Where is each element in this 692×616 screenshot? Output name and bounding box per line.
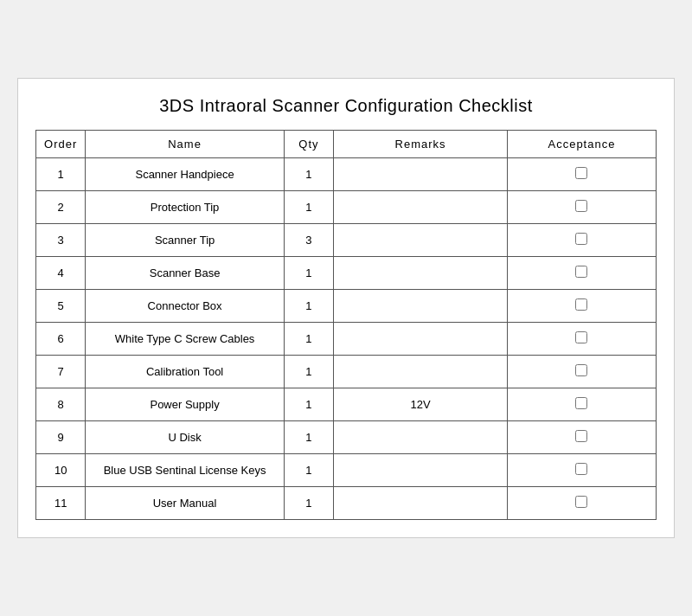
acceptance-checkbox[interactable]	[575, 364, 587, 376]
cell-acceptance[interactable]	[507, 388, 656, 421]
acceptance-checkbox[interactable]	[575, 331, 587, 343]
cell-name: Scanner Handpiece	[86, 158, 284, 191]
cell-qty: 1	[284, 388, 333, 421]
cell-acceptance[interactable]	[507, 158, 656, 191]
cell-name: Power Supply	[86, 388, 284, 421]
table-header-row: Order Name Qty Remarks Acceptance	[36, 131, 657, 158]
table-row: 2Protection Tip1	[36, 191, 657, 224]
cell-remarks	[334, 191, 508, 224]
cell-remarks: 12V	[334, 388, 508, 421]
checklist-table: Order Name Qty Remarks Acceptance 1Scann…	[35, 130, 657, 520]
cell-name: User Manual	[86, 487, 284, 520]
cell-remarks	[334, 290, 508, 323]
table-row: 1Scanner Handpiece1	[36, 158, 657, 191]
cell-qty: 1	[284, 257, 333, 290]
cell-name: Scanner Tip	[86, 224, 284, 257]
acceptance-checkbox[interactable]	[575, 397, 587, 409]
table-row: 7Calibration Tool1	[36, 356, 657, 388]
cell-acceptance[interactable]	[507, 191, 656, 224]
cell-qty: 1	[284, 158, 333, 191]
cell-qty: 3	[284, 224, 333, 257]
cell-order: 10	[36, 454, 86, 487]
table-row: 8Power Supply112V	[36, 388, 657, 421]
acceptance-checkbox[interactable]	[575, 167, 587, 179]
table-row: 9U Disk1	[36, 421, 657, 454]
acceptance-checkbox[interactable]	[575, 496, 587, 508]
cell-acceptance[interactable]	[507, 421, 656, 454]
cell-name: Protection Tip	[86, 191, 284, 224]
cell-order: 8	[36, 388, 86, 421]
table-row: 4Scanner Base1	[36, 257, 657, 290]
cell-order: 3	[36, 224, 86, 257]
table-row: 3Scanner Tip3	[36, 224, 657, 257]
cell-remarks	[334, 323, 508, 356]
col-header-order: Order	[36, 131, 86, 158]
cell-name: White Type C Screw Cables	[86, 323, 284, 356]
cell-acceptance[interactable]	[507, 323, 656, 356]
cell-acceptance[interactable]	[507, 356, 656, 388]
col-header-remarks: Remarks	[334, 131, 508, 158]
acceptance-checkbox[interactable]	[575, 463, 587, 475]
cell-qty: 1	[284, 421, 333, 454]
cell-name: Blue USB Sentinal License Keys	[86, 454, 284, 487]
cell-order: 7	[36, 356, 86, 388]
cell-name: Scanner Base	[86, 257, 284, 290]
acceptance-checkbox[interactable]	[575, 298, 587, 311]
cell-qty: 1	[284, 356, 333, 388]
cell-order: 5	[36, 290, 86, 323]
table-row: 10Blue USB Sentinal License Keys1	[36, 454, 657, 487]
acceptance-checkbox[interactable]	[575, 233, 587, 245]
table-title: 3DS Intraoral Scanner Configuration Chec…	[35, 96, 657, 116]
cell-remarks	[334, 487, 508, 520]
cell-acceptance[interactable]	[507, 487, 656, 520]
cell-order: 9	[36, 421, 86, 454]
cell-order: 2	[36, 191, 86, 224]
col-header-qty: Qty	[284, 131, 333, 158]
cell-order: 1	[36, 158, 86, 191]
table-row: 11User Manual1	[36, 487, 657, 520]
cell-qty: 1	[284, 323, 333, 356]
cell-qty: 1	[284, 191, 333, 224]
cell-remarks	[334, 421, 508, 454]
cell-order: 11	[36, 487, 86, 520]
table-row: 6White Type C Screw Cables1	[36, 323, 657, 356]
cell-remarks	[334, 356, 508, 388]
cell-qty: 1	[284, 454, 333, 487]
col-header-acceptance: Acceptance	[507, 131, 656, 158]
acceptance-checkbox[interactable]	[575, 200, 587, 212]
acceptance-checkbox[interactable]	[575, 430, 587, 442]
cell-qty: 1	[284, 290, 333, 323]
cell-qty: 1	[284, 487, 333, 520]
cell-acceptance[interactable]	[507, 290, 656, 323]
cell-acceptance[interactable]	[507, 257, 656, 290]
col-header-name: Name	[86, 131, 284, 158]
cell-name: U Disk	[86, 421, 284, 454]
cell-name: Connector Box	[86, 290, 284, 323]
cell-acceptance[interactable]	[507, 454, 656, 487]
cell-acceptance[interactable]	[507, 224, 656, 257]
cell-name: Calibration Tool	[86, 356, 284, 388]
table-row: 5Connector Box1	[36, 290, 657, 323]
cell-order: 6	[36, 323, 86, 356]
cell-order: 4	[36, 257, 86, 290]
cell-remarks	[334, 158, 508, 191]
page-wrapper: 3DS Intraoral Scanner Configuration Chec…	[17, 78, 675, 538]
cell-remarks	[334, 257, 508, 290]
cell-remarks	[334, 454, 508, 487]
acceptance-checkbox[interactable]	[575, 266, 587, 278]
cell-remarks	[334, 224, 508, 257]
